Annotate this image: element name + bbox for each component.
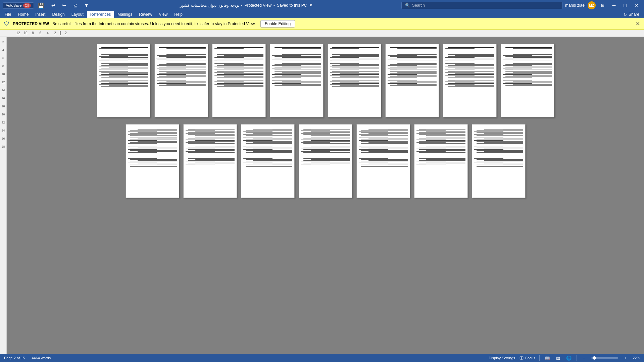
page-15[interactable] (472, 124, 526, 198)
zoom-percent: 22% (633, 356, 640, 360)
menu-layout[interactable]: Layout (68, 11, 87, 18)
page-2[interactable] (154, 44, 208, 117)
title-bar-right: 🔍 mahdi ziaei MZ ⊟ ─ □ ✕ (401, 0, 641, 11)
shield-icon: 🛡 (4, 21, 9, 27)
menu-design[interactable]: Design (49, 11, 68, 18)
autosave-label: AutoSave (6, 3, 22, 7)
ruler-bar: 12 10 8 6 4 2 2 (0, 30, 644, 37)
save-button[interactable]: 💾 (35, 0, 47, 11)
menu-references[interactable]: References (87, 11, 114, 18)
menu-view[interactable]: View (156, 11, 171, 18)
menu-insert[interactable]: Insert (32, 11, 49, 18)
svg-point-1 (521, 357, 522, 359)
page-10[interactable] (183, 124, 237, 198)
save-status: Saved to this PC (277, 3, 307, 8)
protected-view-bar: 🛡 PROTECTED VIEW Be careful—files from t… (0, 18, 644, 30)
menu-bar: File Home Insert Design Layout Reference… (0, 11, 644, 18)
protected-title: PROTECTED VIEW (13, 21, 49, 26)
page-9[interactable] (126, 124, 179, 198)
page-row-2 (126, 124, 526, 198)
web-layout-button[interactable]: 🌐 (565, 356, 573, 361)
zoom-out-button[interactable]: － (581, 355, 587, 361)
page-13[interactable] (356, 124, 410, 198)
document-area[interactable] (7, 37, 644, 354)
ribbon-display-button[interactable]: ⊟ (598, 0, 607, 11)
ruler-content: 12 10 8 6 4 2 2 (8, 31, 69, 35)
share-button[interactable]: ▷ Share (621, 11, 643, 18)
enable-editing-button[interactable]: Enable Editing (260, 20, 295, 28)
focus-icon (519, 356, 524, 360)
title-bar-center: بودجه وقانون دیوان محاسبات کشور - Protec… (92, 3, 401, 8)
redo-button[interactable]: ↪ (59, 0, 69, 11)
menu-mailings[interactable]: Mailings (114, 11, 136, 18)
title-bar-left: AutoSave Off 💾 ↩ ↪ 🖨 ▼ (3, 0, 92, 11)
user-info: mahdi ziaei MZ (565, 1, 596, 9)
zoom-in-button[interactable]: ＋ (622, 355, 629, 361)
focus-button[interactable]: Focus (519, 356, 535, 360)
menu-file[interactable]: File (1, 11, 14, 18)
zoom-track (591, 357, 618, 359)
close-button[interactable]: ✕ (632, 0, 641, 11)
title-bar: AutoSave Off 💾 ↩ ↪ 🖨 ▼ بودجه وقانون دیوا… (0, 0, 644, 11)
customize-qat-button[interactable]: ▼ (82, 0, 92, 11)
search-icon: 🔍 (405, 3, 410, 8)
divider (539, 355, 540, 361)
page-4[interactable] (270, 44, 324, 117)
document-title: بودجه وقانون دیوان محاسبات کشور (180, 3, 239, 8)
title-separator2: - (274, 3, 275, 8)
svg-point-0 (520, 356, 523, 360)
page-7[interactable] (443, 44, 497, 117)
menu-home[interactable]: Home (14, 11, 32, 18)
word-count: 4464 words (32, 356, 51, 360)
menu-help[interactable]: Help (171, 11, 186, 18)
save-status-dropdown[interactable]: ▼ (309, 3, 313, 8)
print-button[interactable]: 🖨 (70, 0, 80, 11)
restore-button[interactable]: □ (621, 0, 629, 11)
page-3[interactable] (212, 44, 266, 117)
ruler-zero-marker (60, 31, 61, 35)
avatar[interactable]: MZ (588, 1, 596, 9)
zoom-thumb[interactable] (593, 356, 596, 360)
username: mahdi ziaei (565, 3, 586, 8)
page-8[interactable] (501, 44, 554, 117)
print-layout-button[interactable]: ▦ (555, 356, 561, 361)
autosave-toggle[interactable]: AutoSave Off (3, 2, 34, 9)
status-bar: Page 2 of 15 4464 words Display Settings… (0, 354, 644, 362)
left-ruler: 2 4 6 8 10 12 14 16 18 20 22 24 26 28 (0, 37, 7, 354)
view-mode: Protected View (245, 3, 272, 8)
page-14[interactable] (414, 124, 468, 198)
menu-review[interactable]: Review (136, 11, 155, 18)
search-input[interactable] (412, 3, 559, 8)
layout: 2 4 6 8 10 12 14 16 18 20 22 24 26 28 (0, 37, 644, 354)
page-5[interactable] (328, 44, 381, 117)
page-1[interactable] (97, 44, 150, 117)
page-12[interactable] (299, 124, 352, 198)
status-right: Display Settings Focus 📖 ▦ 🌐 － ＋ 22% (489, 355, 640, 361)
undo-button[interactable]: ↩ (49, 0, 58, 11)
protected-close-button[interactable]: ✕ (636, 20, 640, 27)
title-separator: - (241, 3, 243, 8)
page-6[interactable] (385, 44, 439, 117)
display-settings-button[interactable]: Display Settings (489, 356, 515, 360)
read-mode-button[interactable]: 📖 (544, 356, 551, 361)
page-11[interactable] (241, 124, 295, 198)
page-info: Page 2 of 15 (4, 356, 25, 360)
page-row-1 (97, 44, 554, 117)
search-bar[interactable]: 🔍 (401, 2, 562, 9)
autosave-state: Off (23, 3, 31, 8)
minimize-button[interactable]: ─ (610, 0, 618, 11)
divider2 (577, 355, 577, 361)
protected-message: Be careful—files from the Internet can c… (52, 21, 256, 26)
